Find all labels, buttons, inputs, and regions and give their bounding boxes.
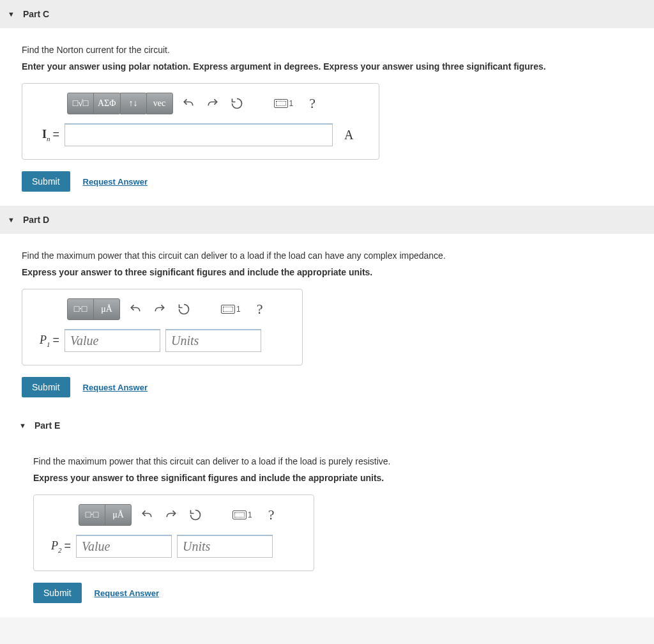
keyboard-button[interactable]: 1 <box>217 300 245 318</box>
part-e-toolbar: □·□ μÅ 1 ? <box>79 504 303 526</box>
keyboard-icon <box>221 305 235 314</box>
units-template-button[interactable]: □·□ <box>67 298 94 320</box>
part-c-body: Find the Norton current for the circuit.… <box>0 28 654 206</box>
keyboard-button[interactable]: 1 <box>270 95 298 112</box>
redo-button[interactable] <box>151 300 169 318</box>
part-d-body: Find the maximum power that this circuit… <box>0 234 654 411</box>
part-d-question: Find the maximum power that this circuit… <box>22 250 632 261</box>
part-e-submit-button[interactable]: Submit <box>33 583 82 603</box>
part-d-input-row: P1= <box>33 329 292 352</box>
part-e-value-input[interactable] <box>76 535 172 558</box>
keyboard-icon <box>274 99 288 108</box>
help-button[interactable]: ? <box>251 300 269 318</box>
undo-button[interactable] <box>179 95 197 112</box>
vec-button[interactable]: vec <box>146 93 173 114</box>
caret-down-icon: ▼ <box>8 10 17 18</box>
part-e-header[interactable]: ▼ Part E <box>0 411 654 440</box>
greek-button[interactable]: ΑΣΦ <box>93 93 121 114</box>
part-e-actions: Submit Request Answer <box>33 583 632 603</box>
part-c-toolbar: □√□ ΑΣΦ ↑↓ vec 1 ? <box>67 93 369 114</box>
part-e-instruction: Express your answer to three significant… <box>33 473 632 483</box>
units-ring-button[interactable]: μÅ <box>93 298 120 320</box>
keyboard-button[interactable]: 1 <box>229 506 256 524</box>
part-e-input-row: P2= <box>44 535 303 558</box>
part-d-header[interactable]: ▼ Part D <box>0 206 654 234</box>
arrows-button[interactable]: ↑↓ <box>120 93 147 114</box>
part-d-units-input[interactable] <box>165 329 261 352</box>
undo-button[interactable] <box>138 506 156 524</box>
part-d-variable: P1= <box>33 334 59 348</box>
units-ring-button[interactable]: μÅ <box>105 504 132 526</box>
toolbar-unit-group: □·□ μÅ <box>67 298 120 320</box>
templates-button[interactable]: □√□ <box>67 93 94 114</box>
part-d-request-answer-link[interactable]: Request Answer <box>83 383 148 392</box>
part-c-answer-input[interactable] <box>65 123 333 146</box>
part-c-actions: Submit Request Answer <box>22 171 632 192</box>
caret-down-icon: ▼ <box>19 422 28 429</box>
part-e-units-input[interactable] <box>177 535 273 558</box>
caret-down-icon: ▼ <box>8 216 17 224</box>
help-button[interactable]: ? <box>262 506 280 524</box>
redo-button[interactable] <box>204 95 222 112</box>
redo-button[interactable] <box>162 506 180 524</box>
part-e-answer-box: □·□ μÅ 1 ? P2= <box>33 494 314 571</box>
part-e-request-answer-link[interactable]: Request Answer <box>95 588 159 598</box>
part-d-toolbar: □·□ μÅ 1 ? <box>67 298 292 320</box>
units-template-button[interactable]: □·□ <box>79 504 105 526</box>
part-c-submit-button[interactable]: Submit <box>22 171 70 192</box>
toolbar-formatting-group: □√□ ΑΣΦ ↑↓ vec <box>67 93 173 114</box>
part-c-answer-box: □√□ ΑΣΦ ↑↓ vec 1 ? In= <box>22 83 379 160</box>
part-d-instruction: Express your answer to three significant… <box>22 267 632 277</box>
part-d-submit-button[interactable]: Submit <box>22 377 70 397</box>
part-c-request-answer-link[interactable]: Request Answer <box>83 177 148 187</box>
reset-button[interactable] <box>175 300 193 318</box>
part-c-question: Find the Norton current for the circuit. <box>22 45 632 55</box>
part-c-title: Part C <box>23 9 49 19</box>
part-d-title: Part D <box>23 215 49 225</box>
reset-button[interactable] <box>228 95 246 112</box>
part-c-variable: In= <box>33 128 59 142</box>
help-button[interactable]: ? <box>303 95 321 112</box>
part-c-header[interactable]: ▼ Part C <box>0 0 654 28</box>
keyboard-icon <box>232 510 247 519</box>
part-e-question: Find the maximum power that this circuit… <box>33 456 632 466</box>
part-c-instruction: Enter your answer using polar notation. … <box>22 61 632 72</box>
part-d-value-input[interactable] <box>65 329 160 352</box>
undo-button[interactable] <box>126 300 144 318</box>
part-e-variable: P2= <box>44 539 71 554</box>
part-e-title: Part E <box>34 420 60 431</box>
part-e-body: Find the maximum power that this circuit… <box>0 440 654 617</box>
part-d-answer-box: □·□ μÅ 1 ? P1= <box>22 289 303 365</box>
part-c-input-row: In= A <box>33 123 369 146</box>
toolbar-unit-group: □·□ μÅ <box>79 504 132 526</box>
part-c-unit: A <box>338 128 353 142</box>
part-d-actions: Submit Request Answer <box>22 377 632 397</box>
reset-button[interactable] <box>186 506 204 524</box>
